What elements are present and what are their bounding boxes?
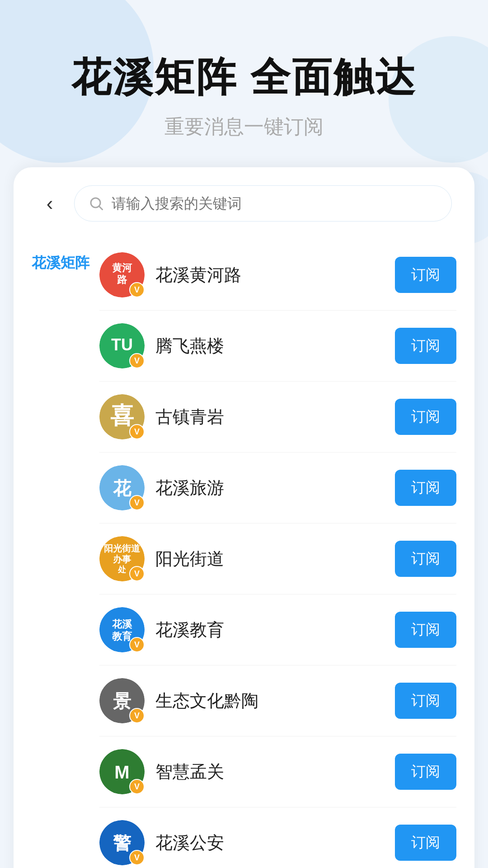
svg-text:景: 景 [113, 691, 131, 711]
svg-point-0 [91, 198, 100, 208]
channel-name: 智慧孟关 [155, 760, 384, 783]
channel-name: 花溪旅游 [155, 476, 384, 500]
list-item: 警 V花溪公安订阅 [99, 807, 456, 868]
svg-text:黄河: 黄河 [112, 262, 132, 274]
channel-name: 生态文化黔陶 [155, 689, 384, 712]
avatar-yangguang: 阳光街道 办事 处 V [99, 536, 145, 581]
subscribe-button[interactable]: 订阅 [395, 683, 456, 719]
back-button[interactable]: ‹ [36, 190, 63, 217]
list-area: 黄河 路 V花溪黄河路订阅 TU V腾飞燕楼订阅 喜 V古镇青岩订阅 花 V花溪… [95, 240, 474, 868]
subscribe-button[interactable]: 订阅 [395, 328, 456, 364]
hero-section: 花溪矩阵 全面触达 重要消息一键订阅 [0, 0, 488, 167]
channel-name: 花溪公安 [155, 831, 384, 854]
search-input[interactable] [112, 195, 438, 212]
verified-badge: V [129, 495, 145, 510]
back-icon: ‹ [47, 193, 53, 213]
subscribe-button[interactable]: 订阅 [395, 612, 456, 648]
sidebar: 花溪矩阵 [14, 240, 95, 868]
subscribe-button[interactable]: 订阅 [395, 754, 456, 790]
subscribe-button[interactable]: 订阅 [395, 825, 456, 861]
avatar-guzhen: 喜 V [99, 394, 145, 439]
channel-name: 古镇青岩 [155, 406, 384, 429]
svg-text:花溪: 花溪 [112, 618, 132, 630]
list-item: 景 V生态文化黔陶订阅 [99, 665, 456, 736]
channel-name: 花溪教育 [155, 618, 384, 642]
subscribe-button[interactable]: 订阅 [395, 470, 456, 506]
verified-badge: V [129, 850, 145, 865]
search-row: ‹ [14, 185, 474, 240]
hero-subtitle: 重要消息一键订阅 [36, 113, 452, 140]
verified-badge: V [129, 424, 145, 439]
subscribe-button[interactable]: 订阅 [395, 257, 456, 293]
svg-text:阳光街道: 阳光街道 [104, 543, 141, 553]
list-item: M V智慧孟关订阅 [99, 736, 456, 807]
verified-badge: V [129, 779, 145, 794]
svg-text:办事: 办事 [113, 554, 131, 564]
avatar-zhihui: M V [99, 749, 145, 794]
subscribe-button[interactable]: 订阅 [395, 399, 456, 435]
verified-badge: V [129, 566, 145, 581]
main-card: ‹ 花溪矩阵 黄河 路 V花溪黄河路订阅 TU V腾飞燕楼订阅 喜 V古镇青岩订… [14, 167, 474, 868]
search-box [74, 185, 452, 222]
hero-title: 花溪矩阵 全面触达 [36, 54, 452, 100]
list-item: 花 V花溪旅游订阅 [99, 453, 456, 524]
verified-badge: V [129, 282, 145, 297]
verified-badge: V [129, 353, 145, 368]
list-item: 喜 V古镇青岩订阅 [99, 382, 456, 453]
svg-line-1 [99, 207, 103, 210]
avatar-lvyou: 花 V [99, 465, 145, 510]
svg-text:M: M [114, 762, 129, 782]
list-item: TU V腾飞燕楼订阅 [99, 311, 456, 382]
list-item: 阳光街道 办事 处 V阳光街道订阅 [99, 524, 456, 594]
svg-text:花: 花 [113, 478, 131, 498]
svg-text:处: 处 [117, 565, 127, 574]
svg-text:TU: TU [111, 335, 133, 354]
subscribe-button[interactable]: 订阅 [395, 541, 456, 577]
avatar-tengfei: TU V [99, 323, 145, 368]
list-item: 黄河 路 V花溪黄河路订阅 [99, 240, 456, 311]
channel-name: 腾飞燕楼 [155, 335, 384, 358]
channel-name: 花溪黄河路 [155, 264, 384, 287]
avatar-gongan: 警 V [99, 820, 145, 865]
channel-name: 阳光街道 [155, 547, 384, 571]
svg-text:警: 警 [113, 833, 131, 853]
verified-badge: V [129, 708, 145, 723]
content-area: 花溪矩阵 黄河 路 V花溪黄河路订阅 TU V腾飞燕楼订阅 喜 V古镇青岩订阅 … [14, 240, 474, 868]
avatar-shengtai: 景 V [99, 678, 145, 723]
svg-text:教育: 教育 [112, 630, 132, 642]
search-icon [88, 195, 104, 212]
svg-text:路: 路 [117, 274, 127, 285]
svg-text:喜: 喜 [110, 402, 134, 429]
avatar-huanghe: 黄河 路 V [99, 252, 145, 297]
sidebar-item-huaxi[interactable]: 花溪矩阵 [14, 244, 95, 282]
avatar-jiaoyu: 花溪 教育 V [99, 607, 145, 652]
verified-badge: V [129, 637, 145, 652]
list-item: 花溪 教育 V花溪教育订阅 [99, 594, 456, 665]
